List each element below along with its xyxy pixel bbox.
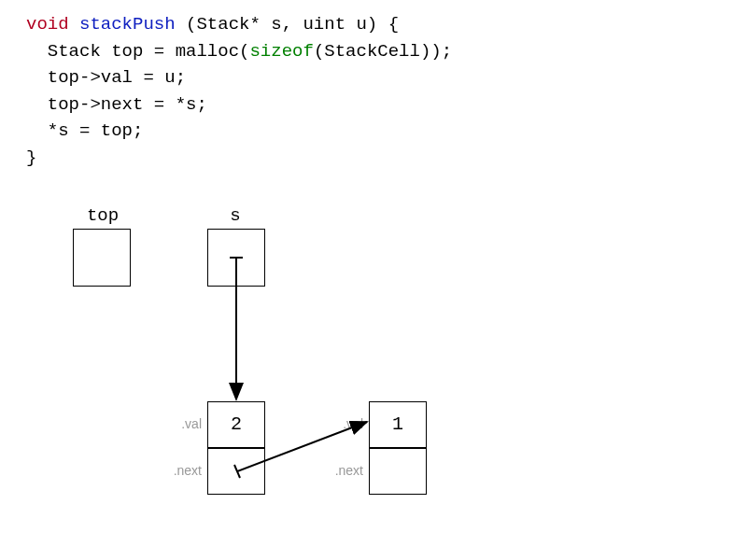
cell-right-next	[369, 448, 427, 495]
box-s	[207, 229, 265, 287]
field-label-val-left: .val	[159, 416, 202, 431]
cell-right-value: 1	[369, 413, 427, 435]
box-top	[73, 229, 131, 287]
field-label-val-right: .val	[320, 416, 363, 431]
label-s: s	[207, 205, 263, 226]
field-label-next-left: .next	[159, 463, 202, 478]
cell-left-next	[207, 448, 265, 495]
field-label-next-right: .next	[320, 463, 363, 478]
memory-diagram: top s .val .next 2 .val .next 1	[0, 0, 747, 560]
cell-left-value: 2	[207, 413, 265, 435]
label-top: top	[75, 205, 131, 226]
